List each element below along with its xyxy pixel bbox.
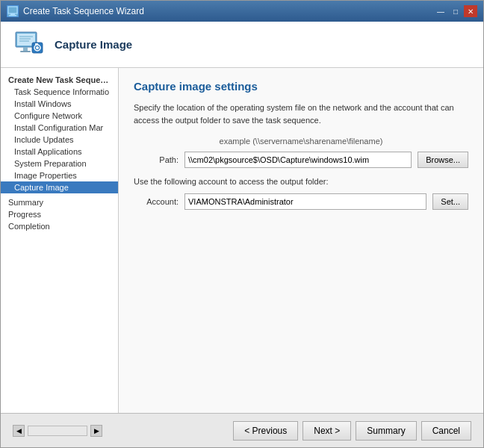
capture-image-icon [13,29,44,60]
account-row: Account: Set... [134,193,468,210]
account-input[interactable] [184,193,426,210]
previous-button[interactable]: < Previous [233,421,298,441]
scroll-right-arrow[interactable]: ▶ [90,425,102,437]
path-row: Path: Browse... [134,152,468,168]
next-button[interactable]: Next > [302,421,351,441]
example-text: example (\\servername\sharename\filename… [134,137,468,146]
footer: ◀ ▶ < Previous Next > Summary Cancel [1,413,483,447]
sidebar-item-completion[interactable]: Completion [1,220,118,232]
window-title: Create Task Sequence Wizard [23,6,144,16]
description-text: Specify the location of the operating sy… [134,102,468,126]
browse-button[interactable]: Browse... [418,152,468,168]
scroll-track [28,426,87,436]
sidebar: Create New Task Sequence Task Sequence I… [1,68,119,413]
sidebar-item-configure-network[interactable]: Configure Network [1,110,118,122]
main-content: Create New Task Sequence Task Sequence I… [1,68,483,413]
sidebar-item-system-preparation[interactable]: System Preparation [1,158,118,169]
account-label: Account: [134,197,179,206]
sidebar-item-progress[interactable]: Progress [1,208,118,220]
sidebar-item-install-windows[interactable]: Install Windows [1,98,118,110]
sidebar-item-summary[interactable]: Summary [1,196,118,208]
cancel-button[interactable]: Cancel [421,421,471,441]
sidebar-item-create-new[interactable]: Create New Task Sequence [1,74,118,86]
svg-rect-1 [10,13,15,15]
summary-button[interactable]: Summary [356,421,416,441]
wizard-window: Create Task Sequence Wizard — □ ✕ [0,0,484,448]
header-section: Capture Image [1,22,483,68]
path-label: Path: [134,155,179,164]
title-bar: Create Task Sequence Wizard — □ ✕ [1,1,483,22]
content-area: Capture image settings Specify the locat… [119,68,483,413]
maximize-button[interactable]: □ [449,5,462,17]
content-title: Capture image settings [134,80,468,93]
window-icon [7,5,19,17]
footer-scrollbar: ◀ ▶ [13,425,102,437]
set-button[interactable]: Set... [432,193,468,210]
account-section-label: Use the following account to access the … [134,177,468,186]
svg-point-12 [36,46,39,49]
sidebar-item-task-sequence-info[interactable]: Task Sequence Informatio [1,86,118,98]
sidebar-item-include-updates[interactable]: Include Updates [1,134,118,146]
close-button[interactable]: ✕ [464,5,477,17]
title-bar-left: Create Task Sequence Wizard [7,5,144,17]
path-input[interactable] [184,152,412,168]
header-title: Capture Image [55,38,132,51]
scroll-left-arrow[interactable]: ◀ [13,425,25,437]
svg-rect-13 [35,43,38,45]
title-bar-controls: — □ ✕ [434,5,477,17]
svg-rect-6 [20,51,31,52]
svg-rect-5 [23,47,28,51]
sidebar-item-install-config-mgr[interactable]: Install Configuration Mar [1,122,118,134]
sidebar-item-install-applications[interactable]: Install Applications [1,146,118,158]
svg-rect-0 [8,7,17,13]
sidebar-item-image-properties[interactable]: Image Properties [1,169,118,181]
minimize-button[interactable]: — [434,5,447,17]
sidebar-item-capture-image[interactable]: Capture Image [1,181,118,193]
svg-rect-2 [9,15,16,16]
